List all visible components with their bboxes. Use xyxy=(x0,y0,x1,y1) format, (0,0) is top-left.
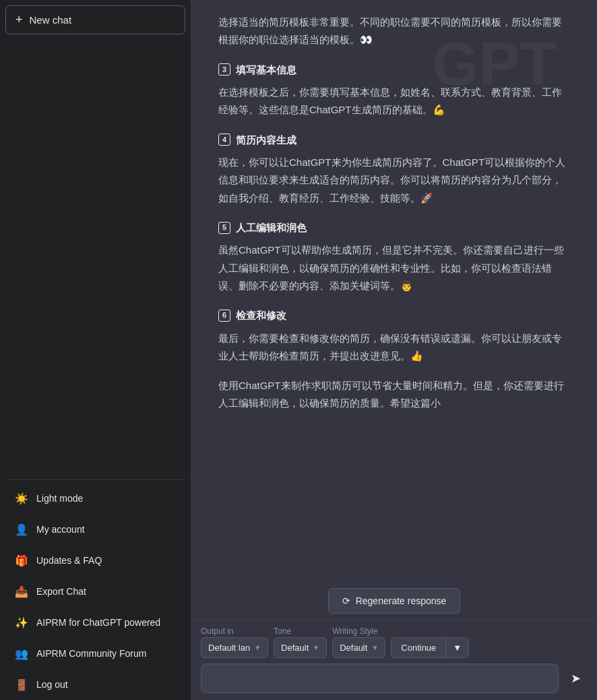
community-icon: 👥 xyxy=(15,647,28,660)
light-mode-label: Light mode xyxy=(36,493,83,504)
tone-chevron: ▼ xyxy=(313,644,319,651)
chat-area[interactable]: GPT 选择适当的简历模板非常重要。不同的职位需要不同的简历模板，所以你需要根据… xyxy=(191,0,597,581)
chat-input[interactable] xyxy=(201,664,559,693)
writing-style-value: Default xyxy=(340,643,367,653)
my-account-label: My account xyxy=(36,524,85,535)
section3-heading: 3 填写基本信息 xyxy=(218,61,570,79)
section5-para: 虽然ChatGPT可以帮助你生成简历，但是它并不完美。你还需要自己进行一些人工编… xyxy=(218,241,570,295)
aiprm-icon: ✨ xyxy=(15,616,28,629)
section4-para: 现在，你可以让ChatGPT来为你生成简历内容了。ChatGPT可以根据你的个人… xyxy=(218,154,570,207)
sidebar-divider xyxy=(5,479,185,480)
section3-heading-text: 填写基本信息 xyxy=(236,61,296,79)
logout-icon: 🚪 xyxy=(15,678,28,691)
continue-button[interactable]: Continue xyxy=(391,638,445,658)
section6-para: 最后，你需要检查和修改你的简历，确保没有错误或遗漏。你可以让朋友或专业人士帮助你… xyxy=(218,330,570,366)
send-icon: ➤ xyxy=(571,672,581,685)
input-row: ➤ xyxy=(201,664,588,693)
aiprm-chatgpt-label: AIPRM for ChatGPT powered xyxy=(36,617,160,628)
tone-group: Tone Default ▼ xyxy=(274,626,327,658)
tone-select[interactable]: Default ▼ xyxy=(274,637,327,658)
continue-label: Continue xyxy=(401,643,436,653)
section6-heading-text: 检查和修改 xyxy=(236,307,286,324)
sidebar-item-light-mode[interactable]: ☀️ Light mode xyxy=(5,484,185,513)
continue-arrow-icon: ▼ xyxy=(453,643,462,653)
sidebar-item-aiprm-chatgpt[interactable]: ✨ AIPRM for ChatGPT powered xyxy=(5,608,185,637)
main-area: GPT 选择适当的简历模板非常重要。不同的职位需要不同的简历模板，所以你需要根据… xyxy=(191,0,597,700)
aiprm-community-label: AIPRM Community Forum xyxy=(36,648,146,659)
gift-icon: 🎁 xyxy=(15,554,28,567)
send-button[interactable]: ➤ xyxy=(564,667,588,690)
section6-num: 6 xyxy=(218,310,230,322)
continue-split: Continue ▼ xyxy=(391,637,469,658)
log-out-label: Log out xyxy=(36,679,68,690)
plus-icon: + xyxy=(15,13,23,27)
output-in-group: Output in Default lan ▼ xyxy=(201,626,268,658)
output-in-value: Default lan xyxy=(208,643,250,653)
section4-heading: 4 简历内容生成 xyxy=(218,132,570,149)
writing-style-label: Writing Style xyxy=(332,626,385,636)
conclusion-para: 使用ChatGPT来制作求职简历可以节省大量时间和精力。但是，你还需要进行人工编… xyxy=(218,377,570,413)
regen-icon: ⟳ xyxy=(342,595,350,606)
writing-style-select[interactable]: Default ▼ xyxy=(332,637,385,658)
regen-bar: ⟳ Regenerate response xyxy=(191,581,597,619)
account-icon: 👤 xyxy=(15,523,28,536)
tone-value: Default xyxy=(281,643,309,653)
writing-style-group: Writing Style Default ▼ xyxy=(332,626,385,658)
intro-para: 选择适当的简历模板非常重要。不同的职位需要不同的简历模板，所以你需要根据你的职位… xyxy=(218,13,570,49)
updates-faq-label: Updates & FAQ xyxy=(36,555,102,566)
sidebar-item-log-out[interactable]: 🚪 Log out xyxy=(5,670,185,699)
section3-para: 在选择模板之后，你需要填写基本信息，如姓名、联系方式、教育背景、工作经验等。这些… xyxy=(218,84,570,119)
regenerate-button[interactable]: ⟳ Regenerate response xyxy=(328,588,461,614)
message-block: 选择适当的简历模板非常重要。不同的职位需要不同的简历模板，所以你需要根据你的职位… xyxy=(218,13,570,413)
export-chat-label: Export Chat xyxy=(36,586,86,597)
sun-icon: ☀️ xyxy=(15,492,28,505)
output-in-select[interactable]: Default lan ▼ xyxy=(201,637,268,658)
new-chat-button[interactable]: + New chat xyxy=(5,5,185,34)
tone-label: Tone xyxy=(274,626,327,636)
output-in-label: Output in xyxy=(201,626,268,636)
section3-num: 3 xyxy=(218,63,230,76)
sidebar-item-export-chat[interactable]: 📥 Export Chat xyxy=(5,577,185,606)
new-chat-label: New chat xyxy=(30,14,72,26)
section4-num: 4 xyxy=(218,134,230,146)
sidebar-item-updates-faq[interactable]: 🎁 Updates & FAQ xyxy=(5,546,185,575)
output-in-chevron: ▼ xyxy=(254,644,261,651)
sidebar-item-my-account[interactable]: 👤 My account xyxy=(5,515,185,544)
sidebar: + New chat ☀️ Light mode 👤 My account 🎁 … xyxy=(0,0,191,700)
toolbar-row: Output in Default lan ▼ Tone Default ▼ W… xyxy=(201,626,588,658)
sidebar-item-aiprm-community[interactable]: 👥 AIPRM Community Forum xyxy=(5,639,185,668)
section6-heading: 6 检查和修改 xyxy=(218,307,570,324)
download-icon: 📥 xyxy=(15,585,28,598)
section4-heading-text: 简历内容生成 xyxy=(236,132,296,149)
writing-style-chevron: ▼ xyxy=(371,644,378,651)
section5-heading-text: 人工编辑和润色 xyxy=(236,219,307,237)
regen-label: Regenerate response xyxy=(356,595,447,606)
section5-num: 5 xyxy=(218,222,230,234)
sidebar-spacer xyxy=(0,40,191,477)
section5-heading: 5 人工编辑和润色 xyxy=(218,219,570,237)
continue-arrow-button[interactable]: ▼ xyxy=(445,638,468,658)
bottom-toolbar: Output in Default lan ▼ Tone Default ▼ W… xyxy=(191,619,597,700)
